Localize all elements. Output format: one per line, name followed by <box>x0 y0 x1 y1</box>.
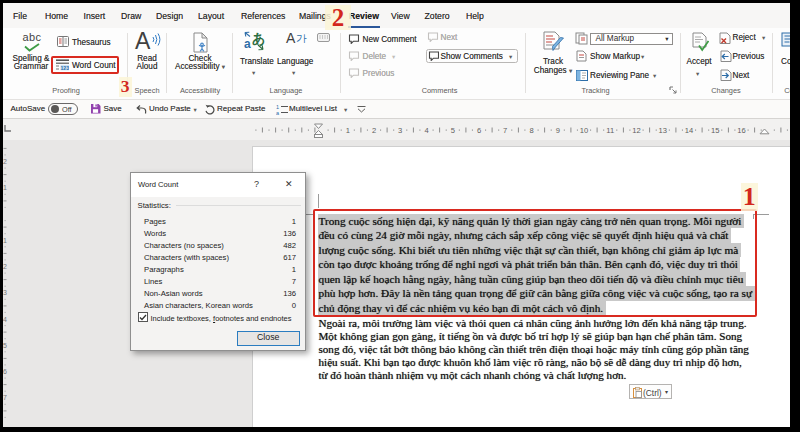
svg-text:5: 5 <box>451 126 455 135</box>
svg-text:1: 1 <box>3 237 7 244</box>
svg-text:12: 12 <box>632 126 640 135</box>
svg-text:7: 7 <box>503 126 507 135</box>
svg-text:2: 2 <box>3 158 7 165</box>
svg-text:4: 4 <box>424 126 428 135</box>
svg-text:16: 16 <box>737 126 745 135</box>
svg-text:14: 14 <box>685 126 693 135</box>
svg-text:9: 9 <box>556 126 560 135</box>
svg-text:a: a <box>276 110 280 116</box>
svg-text:5: 5 <box>3 342 7 349</box>
svg-text:10: 10 <box>580 126 588 135</box>
svg-text:3: 3 <box>3 289 7 296</box>
svg-text:1: 1 <box>3 184 7 191</box>
svg-text:8: 8 <box>529 126 533 135</box>
svg-text:6: 6 <box>3 368 7 375</box>
svg-text:15: 15 <box>711 126 719 135</box>
svg-text:2: 2 <box>3 263 7 270</box>
svg-text:1: 1 <box>346 126 350 135</box>
svg-text:2: 2 <box>372 126 376 135</box>
svg-text:7: 7 <box>3 394 7 401</box>
svg-text:3: 3 <box>398 126 402 135</box>
svg-text:6: 6 <box>477 126 481 135</box>
svg-text:4: 4 <box>3 316 7 323</box>
svg-text:13: 13 <box>659 126 667 135</box>
svg-text:11: 11 <box>606 126 614 135</box>
